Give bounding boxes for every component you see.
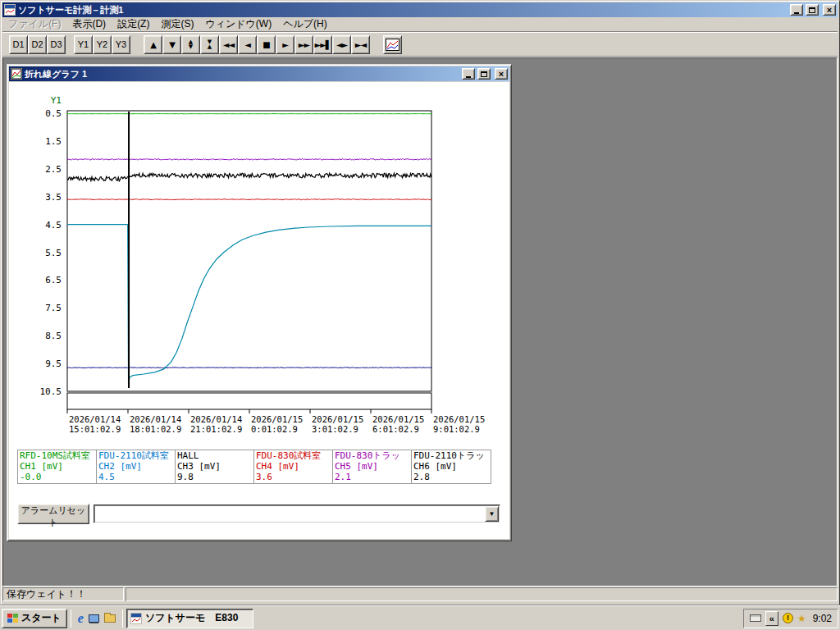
alarm-combobox[interactable]: ▼ (94, 504, 500, 523)
minimize-button[interactable] (790, 4, 803, 16)
svg-text:2026/01/15: 2026/01/15 (372, 414, 424, 424)
legend-cell-ch5: FDU-830トラッCH5 [mV]2.1 (333, 450, 412, 483)
svg-text:9.5: 9.5 (45, 358, 62, 369)
menu-item-measure[interactable]: 測定(S) (155, 16, 199, 32)
toolbar-button-step-forward[interactable]: ► (276, 35, 294, 54)
toolbar-button-fast-forward[interactable]: ►► (294, 35, 313, 54)
svg-text:10.5: 10.5 (40, 386, 62, 397)
svg-text:0:01:02.9: 0:01:02.9 (251, 424, 298, 434)
app-window: ソフトサーモ計測－計測1 × ファイル(F)表示(D)設定(Z)測定(S)ウィン… (0, 0, 840, 605)
alarm-reset-button[interactable]: アラームリセット (17, 504, 89, 524)
legend-cell-ch3: HALLCH3 [mV]9.8 (176, 450, 254, 483)
graph-window-title: 折れ線グラフ 1 (25, 68, 459, 80)
maximize-icon (481, 71, 487, 77)
toolbar-button-d2[interactable]: D2 (28, 35, 47, 54)
graph-window-button[interactable] (383, 35, 402, 54)
svg-text:Y1: Y1 (51, 95, 62, 106)
toolbar-button-d1[interactable]: D1 (9, 35, 28, 54)
graph-minimize-button[interactable] (462, 68, 475, 80)
taskbar-divider (122, 609, 123, 628)
status-panel-secondary (126, 587, 838, 601)
toolbar: D1D2D3 Y1Y2Y3 ▲▼▲▼▼▲◄◄◄■►►►►►▌◄►►◄ (2, 33, 838, 57)
toolbar-button-expand-vertical[interactable]: ▲▼ (181, 35, 200, 54)
close-button[interactable]: × (823, 4, 836, 16)
toolbar-button-scroll-down[interactable]: ▼ (162, 35, 181, 54)
svg-text:2.5: 2.5 (45, 164, 62, 175)
start-button[interactable]: スタート (2, 609, 67, 628)
mdi-area: 折れ線グラフ 1 × Y10.51.52.53.54.55.56.57.58.5… (2, 57, 838, 587)
windows-logo-icon (7, 614, 18, 623)
legend-cell-ch4: FDU-830試料室CH4 [mV]3.6 (254, 450, 333, 483)
svg-text:2026/01/15: 2026/01/15 (251, 414, 303, 424)
svg-text:5.5: 5.5 (45, 248, 62, 258)
toolbar-button-rewind[interactable]: ◄◄ (219, 35, 238, 54)
toolbar-button-step-back[interactable]: ◄ (238, 35, 257, 54)
minimize-icon (794, 12, 799, 14)
toolbar-button-y1[interactable]: Y1 (74, 35, 93, 54)
taskbar: スタート e ソフトサーモ E830 « ! ★ 9:02 (0, 605, 840, 630)
maximize-button[interactable] (806, 4, 819, 16)
svg-text:2026/01/14: 2026/01/14 (130, 414, 181, 424)
menu-item-view[interactable]: 表示(D) (66, 16, 112, 32)
status-bar: 保存ウェイト！！ (2, 587, 838, 601)
menu-item-settings[interactable]: 設定(Z) (112, 16, 155, 32)
minimize-icon (466, 76, 471, 78)
legend-cell-ch2: FDU-2110試料室CH2 [mV]4.5 (97, 450, 176, 483)
svg-text:2026/01/15: 2026/01/15 (433, 414, 485, 424)
app-titlebar: ソフトサーモ計測－計測1 × (2, 2, 838, 17)
svg-text:6:01:02.9: 6:01:02.9 (372, 424, 419, 434)
toolbar-button-scroll-up[interactable]: ▲ (144, 35, 162, 54)
svg-text:7.5: 7.5 (45, 303, 62, 313)
tray-clock[interactable]: 9:02 (810, 613, 832, 624)
svg-text:18:01:02.9: 18:01:02.9 (130, 424, 181, 434)
graph-window-content: Y10.51.52.53.54.55.56.57.58.59.510.52026… (9, 82, 509, 539)
toolbar-button-expand-horizontal[interactable]: ◄► (332, 35, 351, 54)
internet-explorer-icon[interactable]: e (78, 612, 84, 625)
svg-text:1.5: 1.5 (45, 136, 62, 147)
toolbar-button-compress-vertical[interactable]: ▼▲ (200, 35, 219, 54)
menu-bar: ファイル(F)表示(D)設定(Z)測定(S)ウィンドウ(W)ヘルプ(H) (2, 17, 838, 32)
menu-item-window[interactable]: ウィンドウ(W) (199, 16, 277, 32)
toolbar-button-collapse-horizontal[interactable]: ►◄ (351, 35, 370, 54)
alert-icon[interactable]: ! (783, 613, 793, 623)
tray-collapse-button[interactable]: « (765, 611, 778, 626)
graph-window: 折れ線グラフ 1 × Y10.51.52.53.54.55.56.57.58.5… (7, 64, 512, 541)
nav-buttons: ▲▼▲▼▼▲◄◄◄■►►►►►▌◄►►◄ (144, 35, 370, 54)
graph-close-button[interactable]: × (495, 68, 508, 80)
star-icon[interactable]: ★ (797, 614, 806, 623)
svg-text:2026/01/15: 2026/01/15 (312, 414, 363, 424)
screen: ソフトサーモ計測－計測1 × ファイル(F)表示(D)設定(Z)測定(S)ウィン… (0, 0, 840, 630)
graph-maximize-button[interactable] (477, 68, 491, 80)
svg-text:2026/01/14: 2026/01/14 (190, 414, 242, 424)
system-tray: « ! ★ 9:02 (743, 609, 838, 628)
display-buttons: D1D2D3 (9, 35, 66, 54)
start-label: スタート (21, 611, 62, 625)
show-desktop-icon[interactable] (89, 614, 99, 623)
folder-icon[interactable] (104, 614, 116, 623)
toolbar-button-skip-to-end[interactable]: ►►▌ (313, 35, 332, 54)
task-label: ソフトサーモ E830 (145, 611, 238, 625)
toolbar-button-stop[interactable]: ■ (257, 35, 276, 54)
svg-text:2026/01/14: 2026/01/14 (69, 414, 121, 424)
svg-text:9:01:02.9: 9:01:02.9 (433, 424, 480, 434)
legend-cell-ch6: FDU-2110トラッCH6 [mV]2.8 (412, 450, 491, 483)
keyboard-ime-icon[interactable] (750, 614, 761, 622)
toolbar-button-y3[interactable]: Y3 (112, 35, 130, 54)
line-chart: Y10.51.52.53.54.55.56.57.58.59.510.52026… (9, 82, 504, 443)
svg-text:3.5: 3.5 (45, 192, 62, 203)
svg-text:0.5: 0.5 (45, 108, 62, 119)
menu-item-file: ファイル(F) (2, 16, 66, 32)
svg-text:15:01:02.9: 15:01:02.9 (69, 424, 121, 434)
toolbar-button-d3[interactable]: D3 (47, 35, 66, 54)
graph-window-icon[interactable] (11, 68, 22, 80)
taskbar-task-button[interactable]: ソフトサーモ E830 (126, 609, 253, 628)
app-icon[interactable] (4, 4, 16, 16)
toolbar-button-y2[interactable]: Y2 (93, 35, 112, 54)
chevron-down-icon: ▼ (489, 510, 495, 518)
svg-text:8.5: 8.5 (45, 331, 62, 341)
combo-dropdown-button[interactable]: ▼ (485, 506, 499, 522)
axis-buttons: Y1Y2Y3 (74, 35, 130, 54)
maximize-icon (809, 7, 815, 13)
graph-window-titlebar[interactable]: 折れ線グラフ 1 × (9, 66, 509, 81)
menu-item-help[interactable]: ヘルプ(H) (277, 16, 333, 32)
